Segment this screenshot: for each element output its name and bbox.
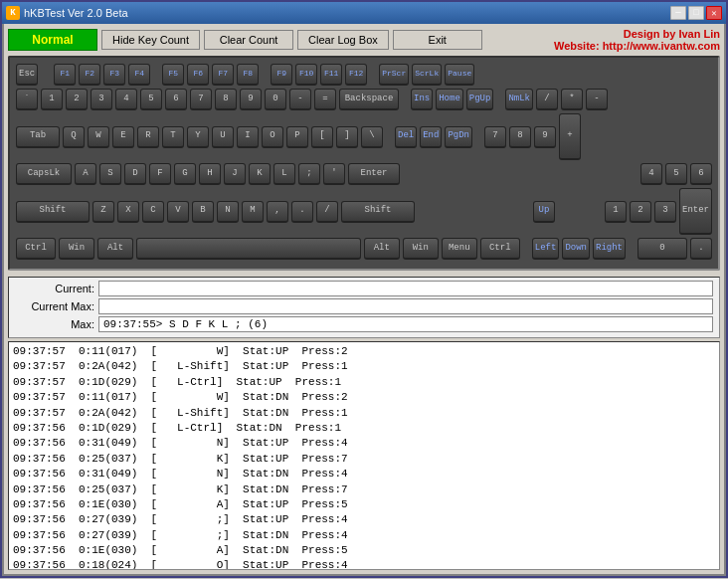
key-left[interactable]: Left [532, 238, 560, 260]
key-f5[interactable]: F5 [162, 64, 184, 86]
key-f9[interactable]: F9 [271, 64, 292, 86]
key-e[interactable]: E [112, 126, 134, 148]
key-rctrl[interactable]: Ctrl [480, 238, 520, 260]
key-num6[interactable]: 6 [690, 163, 712, 185]
key-lctrl[interactable]: Ctrl [16, 238, 56, 260]
key-rwin[interactable]: Win [403, 238, 439, 260]
key-3[interactable]: 3 [91, 89, 112, 110]
minimize-button[interactable]: ─ [670, 6, 686, 20]
key-c[interactable]: C [142, 201, 164, 223]
key-capslock[interactable]: CapsLk [16, 163, 72, 185]
key-num7[interactable]: 7 [484, 126, 506, 148]
key-z[interactable]: Z [92, 201, 114, 223]
key-f10[interactable]: F10 [295, 64, 317, 86]
key-m[interactable]: M [242, 201, 264, 223]
key-u[interactable]: U [212, 126, 234, 148]
key-semicolon[interactable]: ; [298, 163, 320, 185]
key-l[interactable]: L [273, 163, 295, 185]
key-right[interactable]: Right [593, 238, 626, 260]
key-minus[interactable]: - [289, 89, 311, 110]
key-rbracket[interactable]: ] [336, 126, 358, 148]
key-lwin[interactable]: Win [59, 238, 94, 260]
key-quote[interactable]: ' [323, 163, 345, 185]
key-h[interactable]: H [199, 163, 221, 185]
key-num-slash[interactable]: / [536, 89, 558, 110]
key-d[interactable]: D [124, 163, 146, 185]
key-end[interactable]: End [420, 126, 442, 148]
key-ins[interactable]: Ins [411, 89, 433, 110]
key-period[interactable]: . [291, 201, 313, 223]
log-area[interactable]: 09:37:57 0:11(017) [ W] Stat:UP Press:20… [8, 341, 720, 570]
key-slash[interactable]: / [316, 201, 338, 223]
hide-key-count-button[interactable]: Hide Key Count [101, 30, 200, 50]
key-y[interactable]: Y [187, 126, 209, 148]
key-i[interactable]: I [237, 126, 259, 148]
key-r[interactable]: R [137, 126, 159, 148]
key-7[interactable]: 7 [190, 89, 212, 110]
key-backtick[interactable]: ` [16, 89, 38, 110]
key-g[interactable]: G [174, 163, 196, 185]
key-0[interactable]: 0 [265, 89, 286, 110]
key-equals[interactable]: = [314, 89, 336, 110]
key-a[interactable]: A [75, 163, 96, 185]
key-lbracket[interactable]: [ [311, 126, 333, 148]
key-pause[interactable]: Pause [445, 64, 474, 86]
key-num-plus[interactable]: + [559, 113, 581, 160]
key-up[interactable]: Up [533, 201, 555, 223]
key-num-asterisk[interactable]: * [561, 89, 583, 110]
key-home[interactable]: Home [436, 89, 463, 110]
key-num9[interactable]: 9 [534, 126, 556, 148]
key-backslash[interactable]: \ [361, 126, 383, 148]
key-comma[interactable]: , [267, 201, 288, 223]
key-num4[interactable]: 4 [640, 163, 662, 185]
key-num5[interactable]: 5 [665, 163, 687, 185]
key-pgdn[interactable]: PgDn [445, 126, 472, 148]
key-p[interactable]: P [286, 126, 308, 148]
key-f[interactable]: F [149, 163, 171, 185]
key-num-enter[interactable]: Enter [679, 188, 712, 235]
key-enter[interactable]: Enter [348, 163, 400, 185]
key-f1[interactable]: F1 [54, 64, 76, 86]
key-t[interactable]: T [162, 126, 184, 148]
key-f2[interactable]: F2 [79, 64, 100, 86]
key-f8[interactable]: F8 [237, 64, 259, 86]
key-num8[interactable]: 8 [509, 126, 531, 148]
key-lshift[interactable]: Shift [16, 201, 90, 223]
key-k[interactable]: K [249, 163, 271, 185]
clear-log-box-button[interactable]: Clear Log Box [297, 30, 389, 50]
close-button[interactable]: ✕ [706, 6, 722, 20]
key-f6[interactable]: F6 [187, 64, 209, 86]
key-n[interactable]: N [217, 201, 239, 223]
key-num0[interactable]: 0 [637, 238, 687, 260]
clear-count-button[interactable]: Clear Count [204, 30, 293, 50]
key-j[interactable]: J [224, 163, 246, 185]
key-f7[interactable]: F7 [212, 64, 234, 86]
key-b[interactable]: B [192, 201, 214, 223]
key-f11[interactable]: F11 [320, 64, 342, 86]
key-o[interactable]: O [262, 126, 283, 148]
key-tab[interactable]: Tab [16, 126, 60, 148]
key-x[interactable]: X [117, 201, 139, 223]
key-lalt[interactable]: Alt [97, 238, 133, 260]
key-ralt[interactable]: Alt [364, 238, 400, 260]
key-w[interactable]: W [88, 126, 109, 148]
key-6[interactable]: 6 [165, 89, 187, 110]
key-esc[interactable]: Esc [16, 64, 38, 86]
key-menu[interactable]: Menu [442, 238, 477, 260]
key-8[interactable]: 8 [215, 89, 237, 110]
key-5[interactable]: 5 [140, 89, 162, 110]
key-del[interactable]: Del [395, 126, 417, 148]
key-num1[interactable]: 1 [605, 201, 627, 223]
key-s[interactable]: S [99, 163, 121, 185]
key-numlk[interactable]: NmLk [505, 89, 533, 110]
key-down[interactable]: Down [562, 238, 590, 260]
key-rshift[interactable]: Shift [341, 201, 415, 223]
normal-button[interactable]: Normal [8, 29, 97, 51]
key-2[interactable]: 2 [66, 89, 88, 110]
maximize-button[interactable]: □ [688, 6, 704, 20]
key-4[interactable]: 4 [115, 89, 137, 110]
key-num-dot[interactable]: . [690, 238, 712, 260]
exit-button[interactable]: Exit [393, 30, 482, 50]
key-f4[interactable]: F4 [128, 64, 150, 86]
key-scrlk[interactable]: ScrLk [412, 64, 442, 86]
